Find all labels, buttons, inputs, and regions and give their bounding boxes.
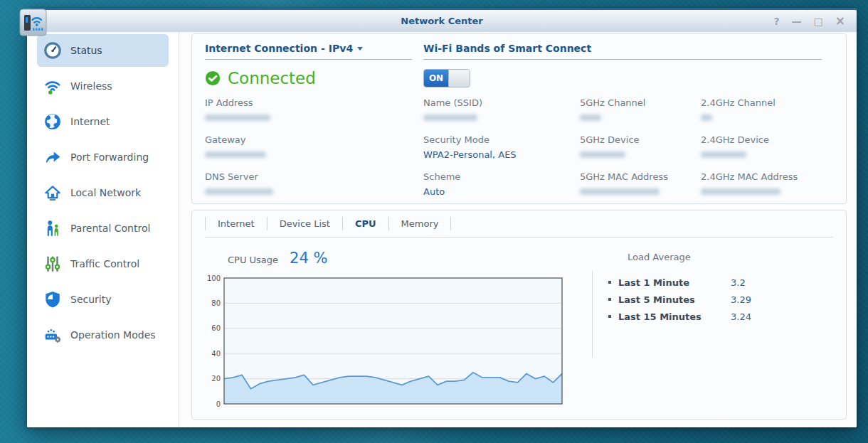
help-button[interactable]: ? <box>773 16 779 26</box>
smart-connect-toggle-row: ON <box>423 65 833 91</box>
field-value <box>580 147 701 162</box>
svg-text:40: 40 <box>211 350 221 358</box>
load-average-label: Last 5 Minutes <box>618 294 731 305</box>
field-label: 5GHz MAC Address <box>580 170 701 184</box>
minimize-button[interactable]: — <box>792 16 802 26</box>
globe-icon <box>43 112 62 132</box>
smart-connect-toggle[interactable]: ON <box>423 69 470 87</box>
cpu-usage-row: CPU Usage 24 % <box>228 250 327 267</box>
sidebar-item-port-forwarding[interactable]: Port Forwarding <box>37 141 169 174</box>
monitor-tabbar: InternetDevice ListCPUMemory <box>205 210 833 237</box>
field-label: Scheme <box>423 170 580 184</box>
sidebar-item-traffic-control[interactable]: Traffic Control <box>37 247 169 280</box>
header-separator: - <box>321 43 325 54</box>
field-value: Auto <box>423 184 580 199</box>
field-label: DNS Server <box>205 170 423 184</box>
desktop-background: Network Center ?—□× <box>0 0 868 443</box>
field-value <box>423 110 580 125</box>
router-gear-icon <box>43 326 62 345</box>
field-ip-address: IP Address <box>205 96 423 125</box>
sidebar-item-local-network[interactable]: Local Network <box>37 176 169 209</box>
wifi-section-header: Wi-Fi Bands of Smart Connect <box>423 43 822 60</box>
tab-memory[interactable]: Memory <box>389 210 451 237</box>
bullet-icon <box>608 315 611 318</box>
field-label: 5GHz Channel <box>580 96 701 110</box>
wifi-icon <box>43 77 62 96</box>
close-button[interactable]: × <box>835 16 845 26</box>
load-average-label: Last 15 Minutes <box>618 311 731 322</box>
connection-status-row: Connected <box>205 65 423 91</box>
load-average-label: Last 1 Minute <box>618 277 731 288</box>
redacted-value <box>701 188 780 195</box>
tab-cpu[interactable]: CPU <box>343 210 388 237</box>
network-center-app-icon[interactable] <box>19 9 47 36</box>
field-value <box>580 110 701 125</box>
sidebar-item-internet[interactable]: Internet <box>37 105 169 138</box>
field-value <box>580 184 701 199</box>
field-label: 2.4GHz MAC Address <box>701 170 833 184</box>
load-average-value: 3.24 <box>731 311 751 322</box>
field-value: WPA2-Personal, AES <box>423 147 580 162</box>
field-label: IP Address <box>205 96 423 110</box>
toggle-on-label: ON <box>424 70 448 87</box>
redacted-value <box>205 151 266 158</box>
field-gateway: Gateway <box>205 133 423 162</box>
field-label: 2.4GHz Channel <box>701 96 833 110</box>
sidebar-item-label: Parental Control <box>70 223 150 234</box>
sliders-icon <box>43 255 62 274</box>
load-average-row: Last 5 Minutes3.29 <box>608 291 841 308</box>
load-average-section: Load Average Last 1 Minute3.2Last 5 Minu… <box>592 252 841 358</box>
window-title: Network Center <box>27 10 857 32</box>
svg-text:0: 0 <box>216 400 221 408</box>
titlebar[interactable]: Network Center ?—□× <box>27 8 857 33</box>
tab-internet[interactable]: Internet <box>206 210 267 237</box>
sidebar-item-status[interactable]: Status <box>37 34 169 67</box>
network-center-window: Network Center ?—□× <box>27 8 857 427</box>
connection-status-text: Connected <box>228 69 316 87</box>
protocol-dropdown[interactable]: IPv4 <box>329 43 353 54</box>
forward-arrow-icon <box>43 148 62 167</box>
sidebar-item-wireless[interactable]: Wireless <box>37 70 169 102</box>
parental-control-icon <box>43 219 62 238</box>
shield-icon <box>43 290 62 309</box>
window-body: StatusWirelessInternetPort ForwardingLoc… <box>27 32 857 427</box>
field-2-4ghz-channel: 2.4GHz Channel <box>701 96 833 125</box>
redacted-value <box>701 114 712 121</box>
redacted-value <box>205 114 270 121</box>
maximize-button[interactable]: □ <box>814 16 823 26</box>
bullet-icon <box>608 281 611 284</box>
field-value <box>205 147 423 162</box>
load-average-title: Load Average <box>628 252 841 262</box>
field-value <box>701 110 833 125</box>
field-scheme: SchemeAuto <box>423 170 580 199</box>
svg-text:100: 100 <box>207 274 221 282</box>
sidebar-item-label: Security <box>70 294 112 305</box>
chevron-down-icon[interactable] <box>357 47 363 50</box>
field-label: Gateway <box>205 133 423 147</box>
sidebar-item-label: Local Network <box>70 187 141 198</box>
field-2-4ghz-device: 2.4GHz Device <box>701 133 833 162</box>
field-label: Security Mode <box>423 133 580 147</box>
field-2-4ghz-mac-address: 2.4GHz MAC Address <box>701 170 833 199</box>
sidebar-item-operation-modes[interactable]: Operation Modes <box>37 319 169 351</box>
system-monitor-panel: InternetDevice ListCPUMemory CPU Usage 2… <box>191 210 847 420</box>
main-content: Internet Connection - IPv4 Connected <box>179 32 857 427</box>
load-average-value: 3.29 <box>731 294 751 305</box>
load-average-value: 3.2 <box>731 277 746 288</box>
cpu-usage-chart: 020406080100 <box>205 267 569 410</box>
redacted-value <box>701 151 746 158</box>
sidebar-item-parental-control[interactable]: Parental Control <box>37 212 169 245</box>
toggle-knob <box>448 70 470 87</box>
field-5ghz-device: 5GHz Device <box>580 133 701 162</box>
sidebar-item-label: Traffic Control <box>70 258 139 269</box>
tab-device-list[interactable]: Device List <box>268 210 342 237</box>
load-average-row: Last 15 Minutes3.24 <box>608 308 841 325</box>
bullet-icon <box>608 298 611 301</box>
redacted-value <box>205 188 273 195</box>
internet-connection-section: Internet Connection - IPv4 Connected <box>205 43 423 195</box>
cpu-usage-label: CPU Usage <box>228 255 278 265</box>
sidebar-item-label: Internet <box>70 116 110 127</box>
sidebar-item-security[interactable]: Security <box>37 283 169 316</box>
tab-separator <box>450 217 451 230</box>
redacted-value <box>580 151 625 158</box>
